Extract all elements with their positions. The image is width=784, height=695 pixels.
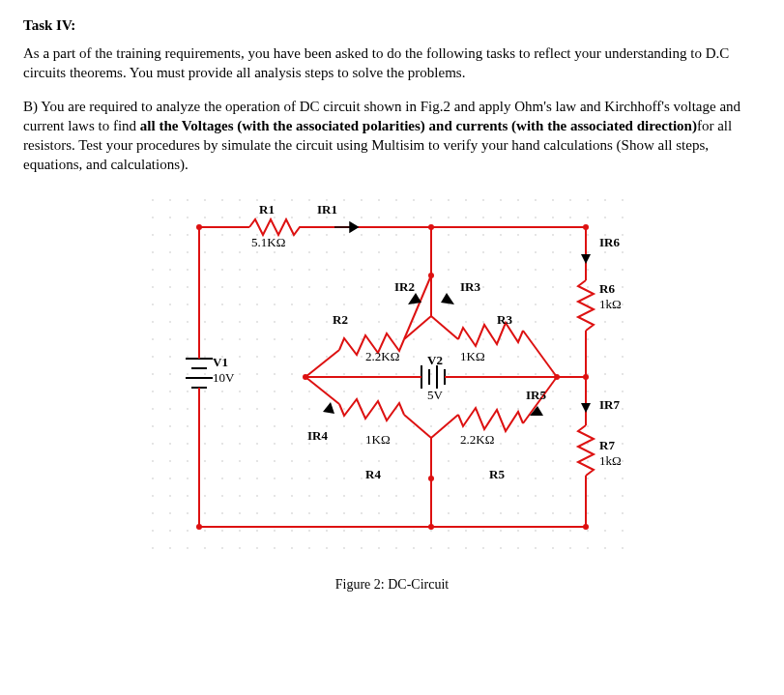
svg-point-291 — [343, 373, 345, 375]
svg-point-413 — [517, 443, 519, 445]
svg-point-412 — [500, 443, 502, 445]
svg-point-279 — [622, 356, 624, 358]
svg-point-365 — [169, 425, 171, 427]
svg-point-124 — [361, 269, 363, 271]
svg-point-38 — [326, 217, 328, 218]
svg-point-56 — [152, 234, 154, 236]
svg-point-313 — [239, 391, 241, 392]
svg-point-343 — [274, 408, 276, 410]
svg-point-538 — [256, 530, 258, 532]
svg-point-567 — [274, 547, 276, 549]
svg-point-541 — [308, 530, 310, 532]
svg-point-115 — [204, 269, 206, 271]
svg-point-249 — [587, 338, 589, 340]
svg-point-208 — [361, 321, 363, 323]
svg-point-125 — [378, 269, 380, 271]
svg-point-371 — [274, 425, 276, 427]
svg-point-333 — [587, 391, 589, 392]
svg-point-32 — [221, 217, 223, 218]
svg-point-502 — [604, 495, 606, 497]
svg-point-75 — [482, 234, 484, 236]
svg-point-578 — [465, 547, 467, 549]
svg-point-10 — [326, 199, 328, 201]
svg-point-57 — [169, 234, 171, 236]
svg-point-61 — [239, 234, 241, 236]
svg-point-357 — [517, 408, 519, 410]
svg-point-135 — [552, 269, 554, 271]
svg-marker-642 — [323, 402, 334, 414]
svg-point-510 — [256, 512, 258, 514]
svg-point-85 — [169, 251, 171, 253]
svg-point-543 — [343, 530, 345, 532]
svg-point-384 — [500, 425, 502, 427]
svg-point-1 — [169, 199, 171, 201]
svg-point-478 — [187, 495, 189, 497]
svg-point-120 — [291, 269, 293, 271]
svg-point-68 — [361, 234, 363, 236]
svg-point-314 — [256, 391, 258, 392]
svg-point-457 — [308, 478, 310, 479]
svg-point-471 — [552, 478, 554, 479]
task-title: Task IV: — [23, 17, 761, 34]
svg-point-259 — [274, 356, 276, 358]
svg-point-524 — [500, 512, 502, 514]
ir1-label: IR1 — [317, 202, 337, 217]
svg-point-274 — [535, 356, 537, 358]
svg-point-617 — [583, 224, 589, 230]
svg-point-505 — [169, 512, 171, 514]
svg-point-546 — [395, 530, 397, 532]
svg-point-508 — [221, 512, 223, 514]
svg-point-172 — [221, 304, 223, 305]
svg-point-51 — [552, 217, 554, 218]
r3-name: R3 — [497, 312, 512, 327]
svg-point-309 — [169, 391, 171, 392]
svg-point-296 — [430, 373, 432, 375]
svg-point-149 — [308, 286, 310, 288]
svg-point-620 — [428, 524, 434, 530]
svg-point-440 — [500, 460, 502, 462]
svg-point-391 — [622, 425, 624, 427]
svg-point-88 — [221, 251, 223, 253]
svg-point-377 — [378, 425, 380, 427]
svg-point-433 — [378, 460, 380, 462]
svg-point-228 — [221, 338, 223, 340]
svg-point-151 — [343, 286, 345, 288]
svg-point-556 — [569, 530, 571, 532]
svg-point-219 — [552, 321, 554, 323]
svg-point-140 — [152, 286, 154, 288]
svg-point-467 — [482, 478, 484, 479]
svg-point-394 — [187, 443, 189, 445]
svg-point-233 — [308, 338, 310, 340]
svg-point-500 — [569, 495, 571, 497]
svg-point-527 — [552, 512, 554, 514]
svg-point-119 — [274, 269, 276, 271]
svg-point-463 — [413, 478, 415, 479]
svg-point-564 — [221, 547, 223, 549]
svg-point-537 — [239, 530, 241, 532]
svg-point-327 — [482, 391, 484, 392]
svg-point-347 — [343, 408, 345, 410]
svg-marker-639 — [350, 222, 358, 232]
svg-point-565 — [239, 547, 241, 549]
bridge-wiring — [305, 275, 557, 478]
svg-point-353 — [448, 408, 450, 410]
svg-point-173 — [239, 304, 241, 305]
svg-point-89 — [239, 251, 241, 253]
svg-point-429 — [308, 460, 310, 462]
svg-point-409 — [448, 443, 450, 445]
svg-point-402 — [326, 443, 328, 445]
svg-point-7 — [274, 199, 276, 201]
svg-point-513 — [308, 512, 310, 514]
svg-point-123 — [343, 269, 345, 271]
svg-point-430 — [326, 460, 328, 462]
svg-point-37 — [308, 217, 310, 218]
svg-point-422 — [187, 460, 189, 462]
svg-point-67 — [343, 234, 345, 236]
svg-point-536 — [221, 530, 223, 532]
svg-point-400 — [291, 443, 293, 445]
svg-point-121 — [308, 269, 310, 271]
svg-point-583 — [552, 547, 554, 549]
svg-point-521 — [448, 512, 450, 514]
svg-point-106 — [535, 251, 537, 253]
svg-point-19 — [482, 199, 484, 201]
